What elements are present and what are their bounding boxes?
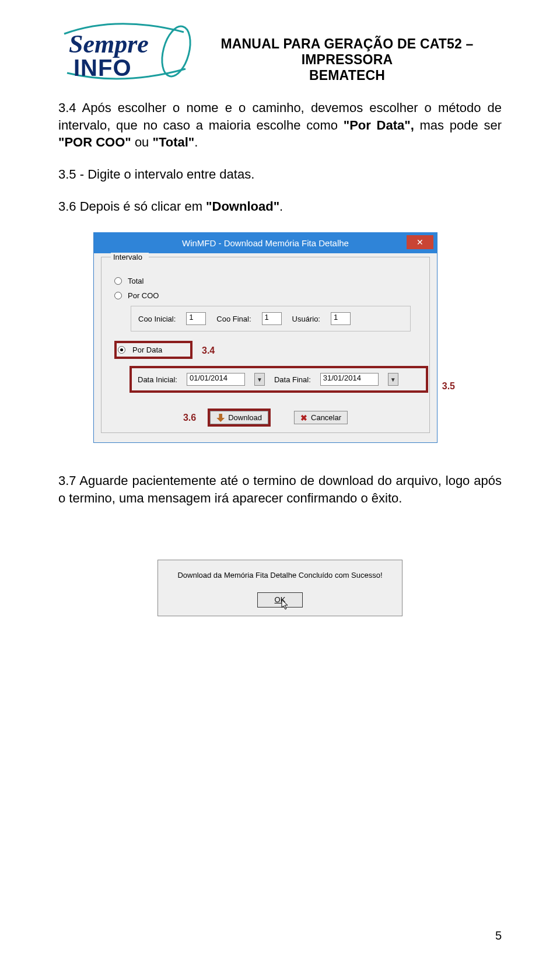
dialog-body: Intervalo Total Por COO Coo Inicial: 1 C…	[94, 253, 437, 442]
data-inicial-input[interactable]: 01/01/2014	[187, 373, 245, 386]
radio-data-label: Por Data	[132, 345, 162, 354]
fieldset-legend: Intervalo	[111, 253, 149, 261]
data-final-dropdown[interactable]: ▼	[388, 373, 398, 386]
title-line-1: MANUAL PARA GERAÇÃO DE CAT52 – IMPRESSOR…	[192, 36, 502, 68]
coo-final-label: Coo Final:	[216, 315, 251, 323]
cancel-button-label: Cancelar	[311, 413, 341, 422]
radio-por-coo[interactable]	[114, 292, 122, 299]
document-title: MANUAL PARA GERAÇÃO DE CAT52 – IMPRESSOR…	[192, 18, 502, 83]
data-inputs-row: Data Inicial: 01/01/2014 ▼ Data Final: 3…	[131, 367, 427, 392]
coo-final-input[interactable]: 1	[262, 312, 282, 325]
paragraph-3-7: 3.7 Aguarde pacientemente até o termino …	[58, 472, 502, 507]
radio-coo-label: Por COO	[128, 291, 159, 300]
coo-inputs-row: Coo Inicial: 1 Coo Final: 1 Usuário: 1	[131, 306, 411, 331]
annotation-3-4: 3.4	[202, 345, 215, 356]
radio-por-data[interactable]	[118, 346, 125, 354]
data-final-input[interactable]: 31/01/2014	[320, 373, 379, 386]
page-number: 5	[495, 929, 502, 942]
annotation-3-6: 3.6	[183, 413, 196, 423]
title-line-2: BEMATECH	[192, 68, 502, 83]
download-button-label: Download	[228, 413, 262, 422]
success-messagebox: Download da Memória Fita Detalhe Concluí…	[158, 560, 402, 616]
download-arrow-icon	[216, 414, 225, 422]
dialog-title-text: WinMFD - Download Memória Fita Detalhe	[182, 238, 349, 248]
intervalo-fieldset: Intervalo Total Por COO Coo Inicial: 1 C…	[101, 257, 430, 433]
svg-text:Sempre: Sempre	[69, 30, 149, 58]
dialog-window: WinMFD - Download Memória Fita Detalhe ✕…	[93, 232, 438, 443]
annotation-3-5: 3.5	[442, 381, 455, 392]
paragraph-3-6: 3.6 Depois é só clicar em "Download".	[58, 198, 502, 215]
data-inicial-dropdown[interactable]: ▼	[254, 373, 265, 386]
download-button[interactable]: Download	[210, 411, 268, 424]
page-header: Sempre INFO MANUAL PARA GERAÇÃO DE CAT52…	[58, 18, 502, 85]
coo-inicial-label: Coo Inicial:	[138, 315, 176, 323]
data-inicial-label: Data Inicial:	[138, 375, 177, 384]
paragraph-3-5: 3.5 - Digite o intervalo entre datas.	[58, 166, 502, 183]
winmfd-dialog-screenshot: WinMFD - Download Memória Fita Detalhe ✕…	[93, 232, 467, 443]
usuario-label: Usuário:	[292, 315, 320, 323]
radio-por-data-row[interactable]: Por Data	[116, 342, 191, 358]
data-final-label: Data Final:	[274, 375, 311, 384]
cancel-x-icon: ✖	[300, 414, 307, 422]
svg-text:INFO: INFO	[74, 55, 132, 81]
usuario-input[interactable]: 1	[331, 312, 351, 325]
radio-total-label: Total	[128, 277, 144, 285]
paragraph-3-4: 3.4 Após escolher o nome e o caminho, de…	[58, 99, 502, 151]
company-logo: Sempre INFO	[58, 18, 192, 85]
dialog-titlebar[interactable]: WinMFD - Download Memória Fita Detalhe ✕	[94, 232, 437, 253]
close-button[interactable]: ✕	[407, 235, 433, 249]
cursor-icon	[281, 599, 290, 612]
ok-button[interactable]: OK	[257, 592, 303, 608]
radio-total[interactable]	[114, 277, 122, 285]
close-icon: ✕	[416, 238, 424, 247]
dialog-button-row: 3.6 Download ✖ Cancelar	[183, 411, 348, 424]
radio-total-row[interactable]: Total	[114, 277, 418, 285]
cancel-button[interactable]: ✖ Cancelar	[294, 411, 348, 424]
radio-coo-row[interactable]: Por COO	[114, 291, 418, 300]
coo-inicial-input[interactable]: 1	[186, 312, 206, 325]
messagebox-text: Download da Memória Fita Detalhe Concluí…	[164, 571, 396, 580]
